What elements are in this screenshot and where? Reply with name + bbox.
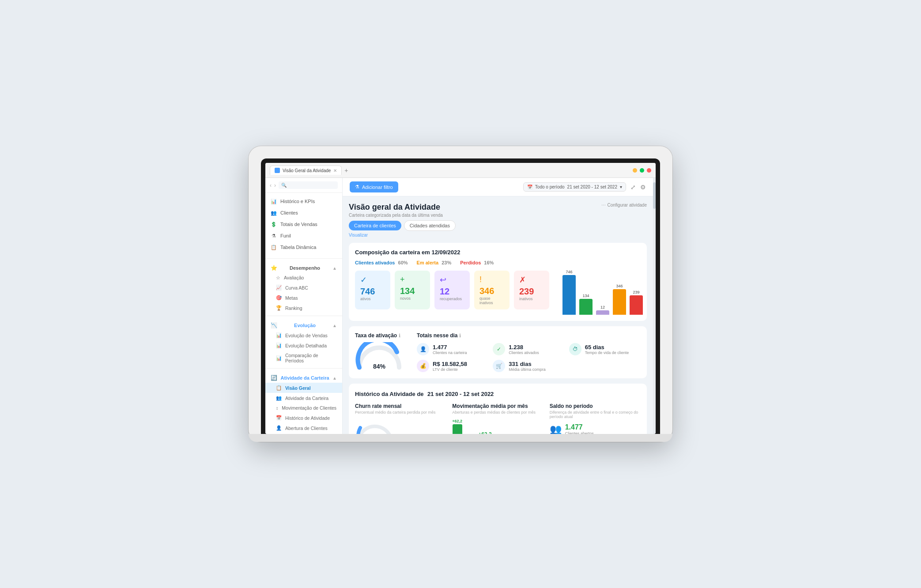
desempenho-icon: ⭐ — [271, 265, 277, 271]
visualizar-link[interactable]: Visualizar — [349, 233, 456, 237]
movimentacao-section: Movimentação média por mês Aberturas e p… — [452, 403, 543, 434]
tab-close-icon[interactable]: ✕ — [333, 168, 337, 173]
saldo-abertos: 👥 1.477 Clientes abertos — [550, 423, 641, 434]
sub-item-evo-detalhada[interactable]: 📊 Evolução Detalhada — [265, 340, 342, 351]
date-label: Todo o período — [535, 185, 565, 189]
section-desempenho-header[interactable]: ⭐ Desempenho ▲ — [265, 261, 342, 273]
evo-vendas-label: Evolução de Vendas — [285, 333, 328, 338]
activation-info-icon[interactable]: ℹ — [399, 333, 400, 339]
window-controls — [633, 168, 651, 173]
scrollbar-track[interactable] — [653, 178, 656, 434]
sub-item-movimentacao[interactable]: ↕ Movimentação de Clientes — [265, 403, 342, 413]
visao-geral-icon: 📋 — [276, 385, 282, 391]
browser-tab[interactable]: Visão Geral da Atividade ✕ — [270, 166, 342, 175]
config-button[interactable]: ⋯ Configurar atividade — [601, 203, 647, 207]
sub-item-avaliacao[interactable]: ☆ Avaliação — [265, 273, 342, 283]
comp-card-inativos[interactable]: ✗ 239 inativos — [514, 271, 549, 309]
main-content: Visão geral da Atividade Carteira catego… — [343, 196, 653, 434]
main-area: ⚗ Adicionar filtro 📅 Todo o período 21 s… — [343, 178, 653, 434]
section-evolucao-header[interactable]: 📉 Evolução ▲ — [265, 319, 342, 330]
maximize-button[interactable] — [640, 168, 644, 173]
historical-grid: Churn rate mensal Percentual médio da ca… — [355, 403, 641, 434]
evolucao-collapse-icon[interactable]: ▲ — [332, 323, 337, 328]
churn-gauge — [355, 419, 395, 434]
tab-cidades[interactable]: Cidades atendidas — [404, 220, 456, 231]
sub-item-atividade[interactable]: 👥 Atividade da Carteira — [265, 393, 342, 403]
sidebar-item-totais[interactable]: 💲 Totais de Vendas — [265, 219, 342, 230]
comp-card-quase[interactable]: ! 346 quase inativos — [474, 271, 510, 309]
tab-carteira[interactable]: Carteira de clientes — [349, 221, 401, 230]
bar-viz-346 — [613, 289, 626, 315]
sub-item-comparacao[interactable]: 📊 Comparação de Períodos — [265, 351, 342, 366]
search-box[interactable]: 🔍 — [279, 181, 338, 189]
sidebar: ‹ › 🔍 📊 Histórico e KPIs 👥 — [265, 178, 343, 434]
sub-item-evo-vendas[interactable]: 📊 Evolução de Vendas — [265, 330, 342, 340]
sub-item-metas[interactable]: 🎯 Metas — [265, 293, 342, 303]
sidebar-item-funil[interactable]: ⚗ Funil — [265, 230, 342, 241]
historical-daterange: 21 set 2020 - 12 set 2022 — [427, 391, 494, 397]
comp-card-recuperados[interactable]: ↩ 12 recuperados — [434, 271, 470, 309]
curva-label: Curva ABC — [285, 285, 308, 290]
sidebar-item-clientes[interactable]: 👥 Clientes — [265, 207, 342, 219]
tabela-icon: 📋 — [271, 244, 277, 250]
toolbar-right: 📅 Todo o período 21 set 2020 - 12 set 20… — [523, 182, 646, 192]
sub-item-historico-atv[interactable]: 📅 Histórico de Atividade — [265, 413, 342, 423]
media-label: Média última compra — [509, 367, 546, 372]
carteira-value: 1.477 — [433, 344, 467, 351]
tempo-label: Tempo de vida de cliente — [585, 351, 629, 355]
filter-button[interactable]: ⚗ Adicionar filtro — [350, 181, 398, 192]
comp-card-ativos[interactable]: ✓ 746 ativos — [355, 271, 390, 309]
totals-info-icon[interactable]: ℹ — [459, 333, 461, 339]
sub-item-visao-geral[interactable]: 📋 Visão Geral — [265, 383, 342, 393]
bar-viz-134 — [579, 299, 593, 315]
historico-label: Histórico e KPIs — [280, 199, 315, 204]
forward-arrow-icon[interactable]: › — [274, 182, 276, 188]
movim-plus-icon: + — [472, 433, 476, 434]
desempenho-label: Desempenho — [290, 265, 320, 271]
expand-button[interactable]: ⤢ — [630, 184, 636, 191]
metas-label: Metas — [285, 295, 298, 301]
desempenho-subitems: ☆ Avaliação 📈 Curva ABC 🎯 Metas 🏆 — [265, 273, 342, 313]
inativos-card-label: inativos — [519, 297, 544, 301]
media-value: 331 dias — [509, 361, 546, 367]
clientes-icon: 👥 — [271, 210, 277, 216]
laptop-base — [249, 434, 672, 442]
atividade-collapse-icon[interactable]: ▲ — [332, 376, 337, 381]
ativados-icon: ✓ — [493, 343, 505, 355]
bar-label-12: 12 — [600, 305, 605, 309]
tab-favicon — [275, 168, 280, 173]
activation-gauge-section: Taxa de ativação ℹ — [355, 332, 404, 371]
toolbar: ⚗ Adicionar filtro 📅 Todo o período 21 s… — [343, 178, 653, 196]
atividade-subitems: 📋 Visão Geral 👥 Atividade da Carteira ↕ … — [265, 383, 342, 433]
sub-item-curva[interactable]: 📈 Curva ABC — [265, 283, 342, 293]
back-arrow-icon[interactable]: ‹ — [270, 182, 272, 188]
close-button[interactable] — [647, 168, 651, 173]
recuperados-arrow-icon: ↩ — [440, 275, 464, 285]
sub-item-ranking[interactable]: 🏆 Ranking — [265, 303, 342, 313]
scrollbar-thumb[interactable] — [653, 182, 656, 209]
sidebar-item-tabela[interactable]: 📋 Tabela Dinâmica — [265, 241, 342, 253]
churn-gauge-svg — [355, 419, 395, 434]
novos-card-label: novos — [400, 296, 425, 301]
section-atividade-header[interactable]: 🔄 Atividade da Carteira ▲ — [265, 371, 342, 383]
date-range-selector[interactable]: 📅 Todo o período 21 set 2020 - 12 set 20… — [523, 182, 626, 192]
comp-card-novos[interactable]: + 134 novos — [395, 271, 430, 309]
totals-title: Totais nesse dia — [417, 332, 457, 339]
tab-label: Visão Geral da Atividade — [283, 168, 331, 173]
sidebar-item-historico[interactable]: 📊 Histórico e KPIs — [265, 196, 342, 207]
movim-title: Movimentação média por mês — [452, 403, 543, 409]
sub-item-abertura[interactable]: 👤 Abertura de Clientes — [265, 423, 342, 433]
movim-bar-viz — [453, 424, 462, 434]
settings-button[interactable]: ⚙ — [640, 184, 646, 191]
atividade-label: Atividade da Carteira — [281, 375, 329, 381]
page-header: Visão geral da Atividade Carteira catego… — [349, 203, 647, 237]
quase-exclaim-icon: ! — [479, 275, 504, 284]
new-tab-button[interactable]: + — [344, 167, 348, 174]
minimize-button[interactable] — [633, 168, 637, 173]
screen: Visão Geral da Atividade ✕ + ‹ — [265, 163, 656, 434]
filter-label: Adicionar filtro — [362, 185, 393, 190]
search-icon: 🔍 — [281, 183, 287, 188]
movimentacao-label: Movimentação de Clientes — [282, 405, 336, 411]
totals-section: Totais nesse dia ℹ 👤 1.477 — [417, 332, 641, 372]
desempenho-collapse-icon[interactable]: ▲ — [332, 266, 337, 271]
